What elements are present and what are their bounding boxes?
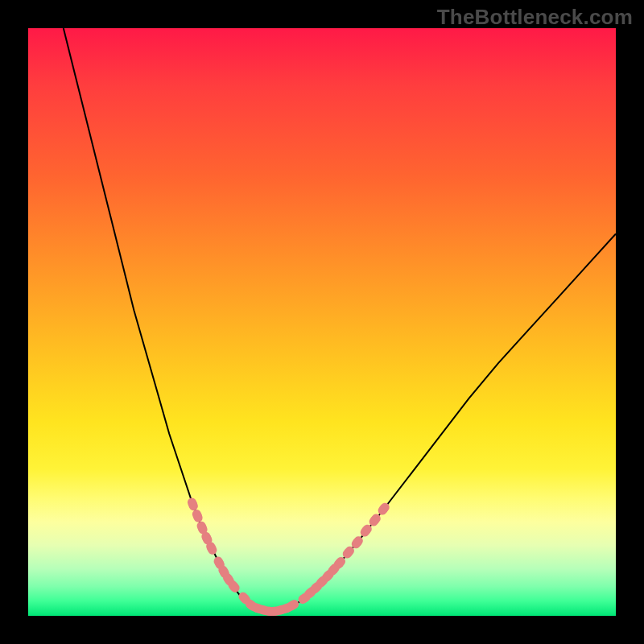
marker-dot	[379, 505, 388, 514]
marker-dot	[188, 500, 197, 509]
outer-frame: TheBottleneck.com	[0, 0, 644, 644]
marker-dot	[335, 559, 344, 568]
marker-dot	[198, 523, 207, 532]
marker-dot	[207, 544, 216, 553]
plot-area	[28, 28, 616, 616]
marker-dot	[193, 511, 202, 520]
marker-dot	[288, 601, 297, 609]
marker-dot	[202, 534, 211, 543]
watermark-text: TheBottleneck.com	[437, 5, 633, 30]
bottleneck-curve	[64, 28, 616, 612]
marker-dot	[370, 516, 379, 525]
marker-dot	[229, 582, 238, 591]
marker-dot	[353, 538, 361, 547]
marker-dot	[361, 526, 370, 535]
highlight-markers	[186, 497, 391, 616]
marker-dot	[344, 548, 353, 557]
chart-svg	[28, 28, 616, 616]
